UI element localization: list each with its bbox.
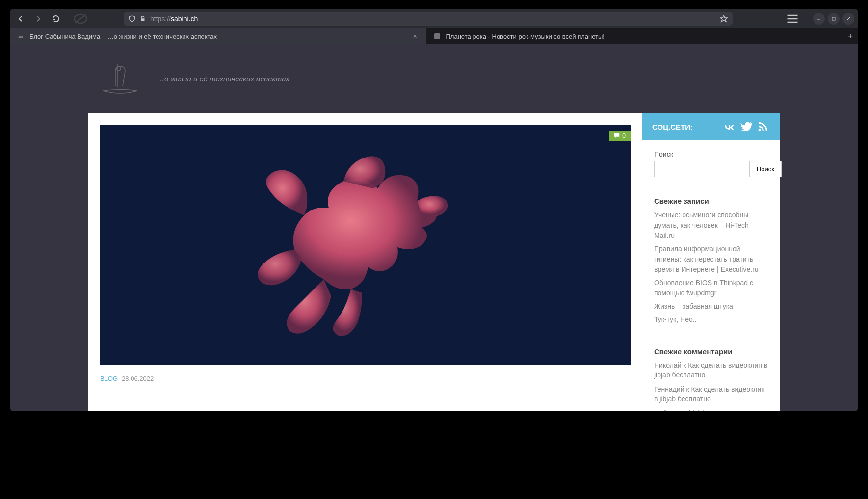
shield-icon: [129, 15, 135, 22]
recent-post-link[interactable]: Жизнь – забавная штука: [654, 301, 768, 312]
search-widget: Поиск Поиск: [642, 140, 780, 187]
search-button[interactable]: Поиск: [749, 161, 782, 177]
search-label: Поиск: [654, 150, 768, 158]
reload-button[interactable]: [49, 12, 63, 26]
browser-window: https://sabini.ch Блог Сабынича Вадима –…: [10, 9, 858, 411]
svg-rect-7: [832, 17, 835, 20]
sidebar: СОЦ.СЕТИ: Поиск Поиск Свежие запис: [642, 113, 780, 411]
minimize-button[interactable]: [813, 13, 825, 25]
back-button[interactable]: [14, 12, 27, 26]
post-featured-image[interactable]: 0: [100, 125, 631, 365]
recent-comments-widget: Свежие комментарии Николай к Как сделать…: [642, 338, 780, 411]
rss-icon[interactable]: [756, 121, 770, 132]
search-input[interactable]: [654, 161, 745, 177]
social-bar: СОЦ.СЕТИ:: [642, 113, 780, 140]
tab-inactive[interactable]: Планета рока - Новости рок-музыки со все…: [426, 28, 843, 44]
maximize-button[interactable]: [828, 13, 840, 25]
recent-posts-widget: Свежие записи Ученые: осьминоги способны…: [642, 187, 780, 338]
page-content: …о жизни и её технических аспектах 0: [10, 44, 858, 411]
svg-point-13: [759, 129, 761, 131]
browser-logo-icon: [71, 11, 90, 26]
favicon-icon: [17, 32, 25, 40]
tab-active[interactable]: Блог Сабынича Вадима – …о жизни и её тех…: [10, 28, 426, 44]
post-meta: BLOG 28.06.2022: [100, 375, 631, 382]
widget-title: Свежие комментарии: [654, 347, 768, 356]
bookmark-star-icon[interactable]: [720, 15, 728, 23]
vk-icon[interactable]: [723, 121, 736, 132]
comment-count: 0: [622, 132, 626, 139]
new-tab-button[interactable]: +: [842, 28, 858, 44]
browser-toolbar: https://sabini.ch: [10, 9, 858, 28]
content-area: 0: [88, 113, 642, 411]
recent-comment-link[interactable]: vadim s. sabinich к Как сделать видеокли…: [654, 409, 768, 411]
hamburger-menu-button[interactable]: [786, 12, 799, 26]
nav-buttons: [14, 12, 63, 26]
site-tagline: …о жизни и её технических аспектах: [157, 75, 289, 83]
lock-icon: [139, 15, 146, 22]
favicon-icon: [433, 32, 441, 40]
url-text: https://sabini.ch: [150, 15, 716, 23]
comment-icon: [613, 132, 620, 139]
recent-comment-link[interactable]: Геннадий к Как сделать видеоклип в jibja…: [654, 385, 768, 404]
close-button[interactable]: [842, 13, 854, 25]
url-bar[interactable]: https://sabini.ch: [124, 12, 733, 26]
svg-rect-2: [141, 18, 145, 21]
social-title: СОЦ.СЕТИ:: [652, 123, 693, 131]
tab-title: Блог Сабынича Вадима – …о жизни и её тех…: [29, 33, 406, 40]
main-wrap: 0: [88, 113, 780, 411]
recent-post-link[interactable]: Обновление BIOS в Thinkpad с помощью fwu…: [654, 278, 768, 298]
recent-post-link[interactable]: Ученые: осьминоги способны думать, как ч…: [654, 210, 768, 241]
comment-count-badge[interactable]: 0: [609, 131, 631, 141]
tab-close-button[interactable]: ×: [411, 32, 419, 40]
forward-button[interactable]: [31, 12, 45, 26]
tab-bar: Блог Сабынича Вадима – …о жизни и её тех…: [10, 28, 858, 44]
recent-comment-link[interactable]: Николай к Как сделать видеоклип в jibjab…: [654, 361, 768, 380]
svg-point-12: [117, 67, 121, 71]
widget-title: Свежие записи: [654, 197, 768, 205]
post-category-link[interactable]: BLOG: [100, 375, 118, 382]
site-header: …о жизни и её технических аспектах: [10, 44, 858, 113]
twitter-icon[interactable]: [739, 121, 753, 132]
site-logo[interactable]: [98, 59, 142, 98]
tab-title: Планета рока - Новости рок-музыки со все…: [446, 33, 836, 40]
social-icons: [723, 121, 770, 132]
window-controls: [813, 13, 854, 25]
post-date: 28.06.2022: [122, 375, 154, 382]
svg-rect-10: [434, 33, 440, 39]
recent-post-link[interactable]: Правила информационной гигиены: как пере…: [654, 244, 768, 275]
recent-post-link[interactable]: Тук-тук, Нео..: [654, 315, 768, 325]
octopus-image: [226, 142, 451, 348]
